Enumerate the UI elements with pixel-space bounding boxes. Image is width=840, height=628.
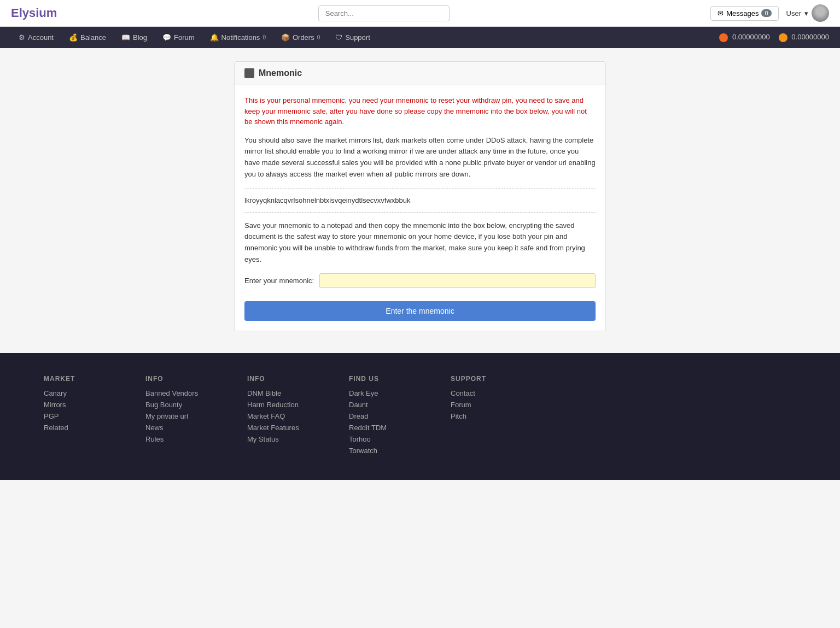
account-icon: ⚙	[19, 33, 25, 42]
footer-link-bug-bounty[interactable]: Bug Bounty	[145, 401, 231, 409]
footer-info1-title: INFO	[145, 375, 231, 383]
nav-support[interactable]: 🛡 Support	[328, 27, 378, 48]
nav-account-label: Account	[28, 33, 54, 42]
header-right: ✉ Messages 0 User ▾	[710, 4, 829, 22]
footer-link-dnm-bible[interactable]: DNM Bible	[247, 389, 332, 397]
nav-orders-label: Orders	[293, 33, 314, 42]
nav-left: ⚙ Account 💰 Balance 📖 Blog 💬 Forum 🔔 Not…	[11, 27, 378, 48]
submit-mnemonic-button[interactable]: Enter the mnemonic	[244, 301, 596, 321]
btc-balance: 0.00000000	[791, 33, 829, 41]
orders-icon: 📦	[281, 33, 290, 42]
card-body: This is your personal mnemonic, you need…	[235, 85, 605, 331]
mnemonic-icon	[244, 68, 254, 78]
nav-orders[interactable]: 📦 Orders 0	[273, 27, 328, 48]
support-icon: 🛡	[335, 33, 342, 42]
nav-notifications[interactable]: 🔔 Notifications 0	[202, 27, 273, 48]
search-bar	[318, 5, 450, 21]
mnemonic-title: Mnemonic	[259, 68, 302, 78]
messages-button[interactable]: ✉ Messages 0	[710, 6, 778, 21]
footer-support-title: SUPPORT	[451, 375, 536, 383]
nav-balance-label: Balance	[80, 33, 106, 42]
footer-link-canary[interactable]: Canary	[44, 389, 129, 397]
footer-link-market-faq[interactable]: Market FAQ	[247, 412, 332, 420]
xmr-balance: 0.00000000	[732, 33, 770, 41]
footer-link-harm-reduction[interactable]: Harm Reduction	[247, 401, 332, 409]
forum-icon: 💬	[162, 33, 171, 42]
nav-balance[interactable]: 💰 Balance	[61, 27, 114, 48]
chevron-down-icon: ▾	[804, 9, 808, 17]
form-label: Enter your mnemonic:	[244, 277, 314, 285]
avatar	[812, 4, 829, 22]
nav-right: 0.00000000 0.00000000	[719, 33, 829, 42]
nav-account[interactable]: ⚙ Account	[11, 27, 61, 48]
footer-grid: MARKET Canary Mirrors PGP Related INFO B…	[44, 375, 536, 458]
messages-count: 0	[761, 9, 771, 17]
messages-label: Messages	[726, 9, 759, 17]
nav-blog-label: Blog	[133, 33, 147, 42]
btc-icon	[779, 33, 788, 42]
footer-findus-title: FIND US	[349, 375, 434, 383]
footer-market-title: MARKET	[44, 375, 129, 383]
footer-link-related[interactable]: Related	[44, 424, 129, 432]
footer-link-rules[interactable]: Rules	[145, 435, 231, 443]
footer-link-dark-eye[interactable]: Dark Eye	[349, 389, 434, 397]
nav-forum[interactable]: 💬 Forum	[155, 27, 202, 48]
main-card: Mnemonic This is your personal mnemonic,…	[234, 61, 606, 331]
xmr-icon	[719, 33, 728, 42]
footer-link-news[interactable]: News	[145, 424, 231, 432]
footer-link-pgp[interactable]: PGP	[44, 412, 129, 420]
mnemonic-form-row: Enter your mnemonic:	[244, 273, 596, 288]
logo[interactable]: Elysium	[11, 6, 57, 20]
notifications-badge: 0	[262, 34, 266, 40]
footer-link-torwatch[interactable]: Torwatch	[349, 447, 434, 455]
user-label: User	[786, 9, 801, 17]
footer-link-dread[interactable]: Dread	[349, 412, 434, 420]
footer-link-daunt[interactable]: Daunt	[349, 401, 434, 409]
orders-badge: 0	[317, 34, 320, 40]
footer-link-forum[interactable]: Forum	[451, 401, 536, 409]
info-text-1: You should also save the market mirrors …	[244, 135, 596, 180]
mnemonic-value: lkroyyqknlacqvrlsohnelnbtxisvqeinydtlsec…	[244, 188, 596, 213]
mnemonic-input[interactable]	[319, 273, 596, 288]
footer-link-my-private-url[interactable]: My private url	[145, 412, 231, 420]
envelope-icon: ✉	[718, 9, 724, 17]
search-input[interactable]	[318, 5, 450, 21]
footer-findus-col: FIND US Dark Eye Daunt Dread Reddit TDM …	[349, 375, 434, 458]
notifications-icon: 🔔	[210, 33, 219, 42]
footer-info2-title: INFO	[247, 375, 332, 383]
footer-info1-col: INFO Banned Vendors Bug Bounty My privat…	[145, 375, 231, 458]
user-dropdown[interactable]: User ▾	[786, 4, 829, 22]
warning-text: This is your personal mnemonic, you need…	[244, 95, 596, 127]
footer-support-col: SUPPORT Contact Forum Pitch	[451, 375, 536, 458]
footer-link-mirrors[interactable]: Mirrors	[44, 401, 129, 409]
footer-info2-col: INFO DNM Bible Harm Reduction Market FAQ…	[247, 375, 332, 458]
save-instruction: Save your mnemonic to a notepad and then…	[244, 220, 596, 266]
footer-market-col: MARKET Canary Mirrors PGP Related	[44, 375, 129, 458]
btc-balance-display: 0.00000000	[779, 33, 829, 42]
nav-notifications-label: Notifications	[221, 33, 260, 42]
navbar: ⚙ Account 💰 Balance 📖 Blog 💬 Forum 🔔 Not…	[0, 27, 840, 48]
footer: MARKET Canary Mirrors PGP Related INFO B…	[0, 353, 840, 480]
card-header: Mnemonic	[235, 62, 605, 85]
nav-support-label: Support	[345, 33, 370, 42]
footer-link-reddit-tdm[interactable]: Reddit TDM	[349, 424, 434, 432]
footer-link-contact[interactable]: Contact	[451, 389, 536, 397]
xmr-balance-display: 0.00000000	[719, 33, 769, 42]
footer-link-pitch[interactable]: Pitch	[451, 412, 536, 420]
header: Elysium ✉ Messages 0 User ▾	[0, 0, 840, 27]
footer-link-market-features[interactable]: Market Features	[247, 424, 332, 432]
footer-link-torhoo[interactable]: Torhoo	[349, 435, 434, 443]
nav-forum-label: Forum	[174, 33, 195, 42]
balance-icon: 💰	[69, 33, 78, 42]
nav-blog[interactable]: 📖 Blog	[114, 27, 155, 48]
blog-icon: 📖	[121, 33, 130, 42]
footer-link-my-status[interactable]: My Status	[247, 435, 332, 443]
footer-link-banned-vendors[interactable]: Banned Vendors	[145, 389, 231, 397]
